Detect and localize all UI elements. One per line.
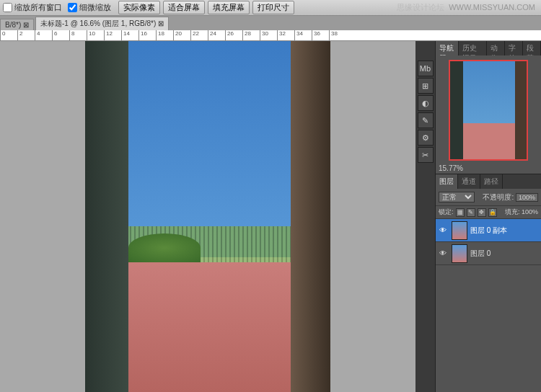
navigator-panel-tabs: 导航器历史记录动作字符段落 [436, 41, 541, 55]
lock-row: 锁定: ▦ ✎ ✥ 🔒 填充: 100% [436, 206, 541, 219]
panel-icon[interactable]: ✂ [418, 147, 434, 163]
document-tab-2[interactable]: 未标题-1 @ 16.6% (图层 1, RGB/8*) ⊠ [35, 17, 169, 30]
collapsed-panel-dock: Mb⊞◐✎⚙✂ [415, 41, 436, 392]
actual-pixels-button[interactable]: 实际像素 [118, 1, 160, 14]
lock-transparency-icon[interactable]: ▦ [456, 208, 465, 217]
layer-name: 图层 0 副本 [470, 226, 507, 236]
visibility-icon[interactable]: 👁 [437, 248, 449, 259]
layer-thumbnail[interactable] [452, 244, 467, 263]
layer-row[interactable]: 👁图层 0 [436, 242, 541, 265]
layer-thumbnail[interactable] [452, 221, 467, 240]
panel-tab[interactable]: 字符 [505, 41, 523, 55]
lock-position-icon[interactable]: ✥ [478, 208, 486, 217]
panel-icon[interactable]: ⚙ [418, 130, 434, 146]
panel-icon[interactable]: ✎ [418, 112, 434, 128]
lock-pixels-icon[interactable]: ✎ [467, 208, 475, 217]
document-tabs: B/8*) ⊠ 未标题-1 @ 16.6% (图层 1, RGB/8*) ⊠ [0, 16, 541, 30]
zoom-all-windows-checkbox[interactable]: 缩放所有窗口 [3, 2, 62, 13]
panel-tab[interactable]: 通道 [458, 174, 480, 189]
panel-tab[interactable]: 路径 [480, 174, 503, 189]
fill-value[interactable]: 100% [522, 208, 538, 215]
document-canvas [85, 41, 330, 392]
navigator-preview[interactable] [449, 60, 528, 161]
horizontal-ruler: 02468101214161820222426283032343638 [0, 30, 541, 41]
scrubby-zoom-checkbox[interactable]: 细微缩放 [68, 2, 111, 13]
watermark: 思缘设计论坛WWW.MISSYUAN.COM [397, 2, 535, 13]
lock-all-icon[interactable]: 🔒 [488, 208, 497, 217]
panel-icon[interactable]: Mb [418, 61, 434, 76]
layer-name: 图层 0 [470, 249, 491, 259]
print-size-button[interactable]: 打印尺寸 [252, 1, 294, 14]
layer-row[interactable]: 👁图层 0 副本 [436, 219, 541, 242]
navigator-panel: 15.77% [436, 55, 541, 174]
document-tab-1[interactable]: B/8*) ⊠ [0, 19, 34, 30]
layers-panel-tabs: 图层通道路径 [436, 174, 541, 189]
blend-mode-select[interactable]: 正常 [439, 192, 475, 202]
panel-icon[interactable]: ◐ [418, 95, 434, 111]
panel-tab[interactable]: 导航器 [436, 41, 459, 55]
layers-panel: 正常 不透明度: 100% 锁定: ▦ ✎ ✥ 🔒 填充: 100% 👁图层 0… [436, 189, 541, 392]
opacity-value[interactable]: 100% [516, 193, 538, 202]
fit-screen-button[interactable]: 适合屏幕 [163, 1, 205, 14]
fill-screen-button[interactable]: 填充屏幕 [208, 1, 250, 14]
navigator-zoom-value[interactable]: 15.77% [439, 164, 463, 172]
panel-tab[interactable]: 历史记录 [459, 41, 487, 55]
visibility-icon[interactable]: 👁 [437, 225, 449, 236]
panel-tab[interactable]: 动作 [487, 41, 505, 55]
panel-tab[interactable]: 图层 [436, 174, 458, 189]
canvas-area[interactable] [0, 41, 415, 392]
panel-tab[interactable]: 段落 [523, 41, 541, 55]
panel-icon[interactable]: ⊞ [418, 78, 434, 94]
